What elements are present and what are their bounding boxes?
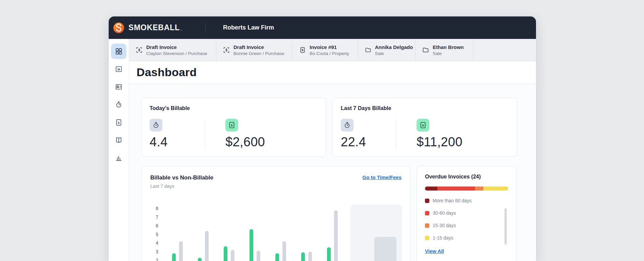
y-axis-label: 7 [150, 214, 158, 220]
last-7-days-billable-card: Last 7 Days Billable [332, 98, 517, 157]
stopwatch-icon [343, 121, 351, 129]
y-axis-label: 5 [150, 232, 158, 237]
go-to-time-fees-link[interactable]: Go to Time/Fees [363, 174, 401, 180]
billable-vs-nonbillable-card: Billable vs Non-Billable Last 7 days Go … [141, 166, 411, 261]
billable-hours-value: 22.4 [341, 135, 396, 149]
tab-matter-annika-delgado[interactable]: Annika Delgado Sale [358, 39, 416, 61]
y-axis-label: 2 [150, 258, 158, 261]
dashboard-icon [115, 47, 123, 55]
tab-title: Annika Delgado [375, 44, 411, 50]
chart-bar-non-billable [257, 251, 260, 261]
tab-title: Ethan Brown [433, 44, 464, 50]
overdue-bar-segment [425, 187, 437, 191]
billable-amount-stat: $ $2,600 [205, 119, 265, 149]
app-header: SMOKEBALL . Roberts Law Firm [109, 16, 536, 39]
chart-bar-non-billable [334, 210, 338, 261]
tab-title: Draft Invoice [233, 44, 284, 50]
smokeball-logo: SMOKEBALL . [109, 22, 205, 34]
money-chip: $ [417, 119, 429, 132]
brand-name: SMOKEBALL [128, 23, 180, 32]
billable-amount-value: $2,600 [225, 135, 265, 149]
card-title: Today's Billable [150, 105, 318, 111]
dollar-document-icon: $ [228, 121, 235, 129]
svg-text:M: M [117, 68, 120, 71]
legend-label: 15-30 days [433, 223, 456, 228]
tab-invoice-91[interactable]: $ Invoice #91 Bo Costa / Property [292, 39, 358, 61]
chart-bar-billable [224, 246, 227, 261]
open-tabs-bar: $ Draft Invoice Clayton Stevenson / Purc… [129, 39, 536, 61]
billable-hours-stat: 4.4 [150, 119, 205, 149]
sidebar-item-timer[interactable] [111, 97, 126, 112]
tab-draft-invoice-clayton[interactable]: $ Draft Invoice Clayton Stevenson / Purc… [129, 39, 216, 61]
view-all-link[interactable]: View All [425, 248, 444, 254]
desktop-background: SMOKEBALL . Roberts Law Firm M [0, 0, 644, 261]
dashboard-content: Today's Billable [129, 84, 536, 261]
sidebar-item-contacts[interactable] [111, 79, 126, 95]
tab-subtitle: Bonnie Green / Purchase [233, 51, 284, 56]
smokeball-logo-icon [113, 22, 124, 34]
legend-row: 30-60 days [425, 210, 508, 216]
sidebar-item-matters[interactable]: M [111, 61, 126, 77]
tab-matter-ethan-brown[interactable]: Ethan Brown Sale [416, 39, 473, 61]
svg-text:$: $ [225, 48, 227, 52]
tab-subtitle: Bo Costa / Property [310, 51, 349, 56]
legend-label: More than 60 days [433, 198, 472, 203]
tab-subtitle: Sale [433, 51, 464, 56]
chart-bar-non-billable [179, 241, 183, 261]
chart-bar-billable [275, 253, 279, 261]
tab-draft-invoice-bonnie[interactable]: $ Draft Invoice Bonnie Green / Purchase [216, 39, 292, 61]
folder-icon [422, 47, 429, 53]
svg-text:$: $ [138, 48, 140, 52]
legend-row: More than 60 days [425, 198, 508, 203]
firm-name: Roberts Law Firm [223, 24, 274, 31]
matters-icon: M [115, 65, 122, 73]
chart-bar-non-billable [231, 250, 234, 261]
svg-text:$: $ [422, 123, 424, 127]
overdue-bar-segment [483, 187, 508, 191]
chart-bar-billable [172, 253, 176, 261]
tab-title: Draft Invoice [146, 44, 207, 50]
legend-label: 30-60 days [433, 210, 456, 216]
dollar-document-icon: $ [419, 121, 427, 129]
sidebar-item-dashboard[interactable] [111, 44, 126, 59]
y-axis-label: 3 [150, 249, 158, 254]
overdue-bar-segment [437, 187, 475, 191]
legend-swatch-1-15 [425, 236, 429, 240]
draft-invoice-icon: $ [223, 47, 230, 53]
tab-subtitle: Sale [375, 51, 411, 56]
legend-swatch-more-than-60 [425, 199, 429, 203]
bar-chart-plot: 012345678 [162, 200, 402, 261]
card-title: Last 7 Days Billable [341, 105, 509, 111]
card-scrollbar-thumb[interactable] [504, 208, 507, 245]
stats-row: Today's Billable [141, 98, 536, 157]
main-column: $ Draft Invoice Clayton Stevenson / Purc… [129, 39, 536, 261]
svg-text:$: $ [231, 123, 233, 127]
timer-icon [115, 101, 122, 108]
billable-amount-value: $11,200 [417, 135, 463, 149]
todays-billable-card: Today's Billable [141, 98, 326, 157]
page-title-bar: Dashboard [129, 61, 536, 84]
header-divider [205, 23, 206, 33]
tab-title: Invoice #91 [310, 44, 349, 50]
chart-bar-billable [327, 247, 331, 261]
smokeball-app-window: SMOKEBALL . Roberts Law Firm M [109, 16, 536, 261]
charts-row: Billable vs Non-Billable Last 7 days Go … [141, 166, 536, 261]
legend-swatch-15-30 [425, 223, 429, 228]
y-axis-label: 6 [150, 223, 158, 228]
chart-bar-non-billable [308, 252, 312, 261]
overdue-stacked-bar [425, 187, 508, 191]
chart-bar-billable [198, 258, 202, 261]
y-axis-label: 4 [150, 240, 158, 246]
sidebar-item-memos[interactable] [111, 133, 126, 148]
legend-swatch-30-60 [425, 211, 429, 215]
sidebar-item-reports[interactable] [111, 150, 126, 166]
billable-hours-stat: 22.4 [341, 119, 396, 149]
sidebar-item-billing[interactable]: $ [111, 115, 126, 130]
folder-icon [365, 47, 371, 53]
svg-text:$: $ [302, 48, 304, 52]
invoice-icon: $ [299, 47, 306, 53]
chart-bar-billable [301, 252, 305, 261]
billing-icon: $ [115, 119, 122, 126]
chart-subtitle: Last 7 days [150, 184, 213, 189]
reports-icon [115, 154, 122, 162]
